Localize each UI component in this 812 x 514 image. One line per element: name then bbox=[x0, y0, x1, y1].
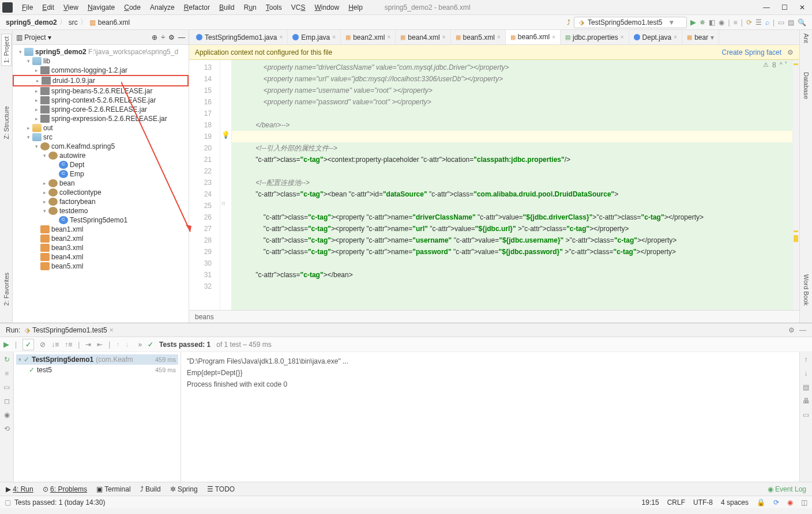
sort-icon[interactable]: ↓≡ bbox=[51, 341, 59, 349]
run-hide-icon[interactable]: — bbox=[799, 326, 806, 334]
project-panel-title[interactable]: ▥ Project ▾ bbox=[16, 33, 51, 41]
menu-code[interactable]: Code bbox=[119, 3, 145, 12]
stop-side-icon[interactable]: ■ bbox=[5, 369, 9, 377]
clear-icon[interactable]: ▭ bbox=[803, 411, 809, 419]
run-tab-label[interactable]: TestSpring5demo1.test5 bbox=[32, 326, 107, 334]
bottom-problems[interactable]: ⊙ 6: Problems bbox=[43, 485, 87, 493]
righttab-ant[interactable]: Ant bbox=[803, 33, 810, 43]
coverage-icon[interactable]: ◧ bbox=[709, 18, 715, 27]
tab-testspring5[interactable]: TestSpring5demo1.java× bbox=[191, 30, 288, 45]
settings-icon[interactable]: ⚙ bbox=[168, 33, 175, 41]
tab-bean2[interactable]: ▦bean2.xml× bbox=[341, 30, 396, 45]
menu-view[interactable]: View bbox=[59, 3, 83, 12]
menu-tools[interactable]: Tools bbox=[261, 3, 287, 12]
history-side-icon[interactable]: ⟲ bbox=[4, 425, 10, 433]
lefttab-favorites[interactable]: 2: Favorites bbox=[3, 273, 10, 305]
maximize-icon[interactable]: ☐ bbox=[781, 3, 788, 12]
bottom-build[interactable]: ⤴ Build bbox=[140, 485, 161, 493]
error-stripe[interactable] bbox=[792, 60, 799, 310]
export-side-icon[interactable]: ◉ bbox=[4, 411, 10, 419]
status-grip-icon[interactable]: ▢ bbox=[5, 498, 11, 507]
stop-icon[interactable]: ■ bbox=[734, 18, 738, 27]
lefttab-structure[interactable]: Z: Structure bbox=[3, 106, 10, 139]
status-chrome-icon[interactable]: ◉ bbox=[787, 498, 793, 507]
status-enc[interactable]: UTF-8 bbox=[693, 498, 713, 507]
ide-search-icon[interactable]: 🔍 bbox=[798, 18, 806, 27]
code-body[interactable]: ⚠8 ^ ˅ <property name="driverClassName" … bbox=[232, 60, 792, 310]
event-log[interactable]: ◉ Event Log bbox=[768, 485, 806, 493]
crumb-file[interactable]: bean6.xml bbox=[98, 18, 130, 27]
status-sync-icon[interactable]: ⟳ bbox=[773, 498, 779, 507]
debug-icon[interactable]: ✵ bbox=[700, 18, 705, 27]
profile-icon[interactable]: ◉ bbox=[719, 18, 724, 27]
close-window-icon[interactable]: ✕ bbox=[799, 3, 805, 12]
bottom-todo[interactable]: ☰ TODO bbox=[207, 485, 235, 493]
create-facet-link[interactable]: Create Spring facet bbox=[722, 48, 781, 56]
tab-bear[interactable]: ▦bear▾ bbox=[682, 30, 719, 45]
run-config-dropdown[interactable]: ⬗ TestSpring5demo1.test5 ▼ bbox=[574, 17, 687, 28]
menu-file[interactable]: File bbox=[17, 3, 37, 12]
status-health-icon[interactable]: ◫ bbox=[801, 498, 807, 507]
scroll-from-source-icon[interactable]: ⊕ bbox=[152, 33, 157, 41]
next-fail-icon[interactable]: ↓ bbox=[125, 341, 129, 349]
rerun-icon[interactable]: ▶ bbox=[3, 340, 9, 349]
minimize-icon[interactable]: — bbox=[763, 3, 770, 12]
menu-edit[interactable]: Edit bbox=[37, 3, 59, 12]
collapse-icon[interactable]: ÷ bbox=[161, 33, 165, 41]
prev-fail-icon[interactable]: ↑ bbox=[116, 341, 119, 349]
menu-vcs[interactable]: VCS bbox=[287, 3, 310, 12]
tab-bean6[interactable]: ▦bean6.xml× bbox=[506, 30, 561, 45]
ide-folders-icon[interactable]: ▤ bbox=[788, 18, 794, 27]
structure-icon[interactable]: ☰ bbox=[755, 18, 762, 27]
build-icon[interactable]: ⤴ bbox=[567, 18, 570, 27]
menu-analyze[interactable]: Analyze bbox=[145, 3, 179, 12]
tab-dept[interactable]: Dept.java× bbox=[629, 30, 683, 45]
update-icon[interactable]: ⟳ bbox=[746, 18, 752, 27]
project-tree[interactable]: ▾spring5_demo2 F:\java_workspace\spring5… bbox=[13, 45, 189, 323]
status-indent[interactable]: 4 spaces bbox=[721, 498, 749, 507]
search-everywhere-icon[interactable]: ⌕ bbox=[765, 18, 769, 27]
ide-split-icon[interactable]: ▭ bbox=[778, 18, 784, 27]
bottom-terminal[interactable]: ▣ Terminal bbox=[96, 485, 130, 493]
pin-side-icon[interactable]: ◻ bbox=[4, 397, 10, 405]
code-breadcrumb[interactable]: beans bbox=[189, 310, 799, 323]
test-tree[interactable]: ▾✓TestSpring5demo1(com.Keafm459 ms ✓test… bbox=[14, 352, 181, 482]
scroll-down-icon[interactable]: ↓ bbox=[805, 369, 808, 377]
inspection-widget[interactable]: ⚠8 ^ ˅ bbox=[763, 61, 788, 69]
collapse-all-icon[interactable]: ⇤ bbox=[97, 341, 103, 349]
righttab-database[interactable]: Database bbox=[803, 72, 810, 99]
scroll-up-icon[interactable]: ↑ bbox=[805, 356, 808, 364]
menu-window[interactable]: Window bbox=[310, 3, 344, 12]
expand-all-icon[interactable]: ⇥ bbox=[85, 341, 91, 349]
lefttab-project[interactable]: 1: Project bbox=[1, 33, 12, 66]
menu-refactor[interactable]: Refactor bbox=[179, 3, 215, 12]
hide-panel-icon[interactable]: — bbox=[178, 33, 185, 41]
status-lock-icon[interactable]: 🔒 bbox=[757, 498, 765, 507]
menu-navigate[interactable]: Navigate bbox=[83, 3, 119, 12]
tab-emp[interactable]: Emp.java× bbox=[288, 30, 341, 45]
bottom-run[interactable]: ▶ 4: Run bbox=[6, 485, 33, 493]
run-gear-icon[interactable]: ⚙ bbox=[788, 326, 795, 334]
menu-help[interactable]: Help bbox=[344, 3, 367, 12]
filter-passed-icon[interactable]: ✓ bbox=[22, 339, 34, 350]
layout-side-icon[interactable]: ▭ bbox=[3, 383, 10, 391]
menu-run[interactable]: Run bbox=[239, 3, 261, 12]
righttab-wordbook[interactable]: Word Book bbox=[803, 274, 810, 305]
print-icon[interactable]: 🖶 bbox=[803, 397, 810, 405]
tab-bean4[interactable]: ▦bean4.xml× bbox=[396, 30, 450, 45]
banner-gear-icon[interactable]: ⚙ bbox=[787, 48, 794, 56]
menu-build[interactable]: Build bbox=[215, 3, 239, 12]
bottom-spring[interactable]: ✲ Spring bbox=[170, 485, 198, 493]
crumb-src[interactable]: src bbox=[69, 18, 78, 27]
tab-jdbc[interactable]: ▤jdbc.properties× bbox=[561, 30, 629, 45]
rerun-side-icon[interactable]: ↻ bbox=[4, 356, 10, 364]
tab-bean5[interactable]: ▦bean5.xml× bbox=[451, 30, 506, 45]
filter-ignored-icon[interactable]: ⊘ bbox=[40, 341, 46, 349]
run-icon[interactable]: ▶ bbox=[690, 18, 696, 27]
console-output[interactable]: "D:\Program Files\Java\jdk1.8.0_181\bin\… bbox=[181, 352, 799, 482]
crumb-root[interactable]: spring5_demo2 bbox=[6, 18, 57, 27]
status-lf[interactable]: CRLF bbox=[667, 498, 685, 507]
sortaz-icon[interactable]: ↑≡ bbox=[65, 341, 72, 349]
wrap-icon[interactable]: ▤ bbox=[803, 383, 809, 391]
code-area[interactable]: 1314151617181920212223242526272829303132… bbox=[189, 60, 799, 310]
